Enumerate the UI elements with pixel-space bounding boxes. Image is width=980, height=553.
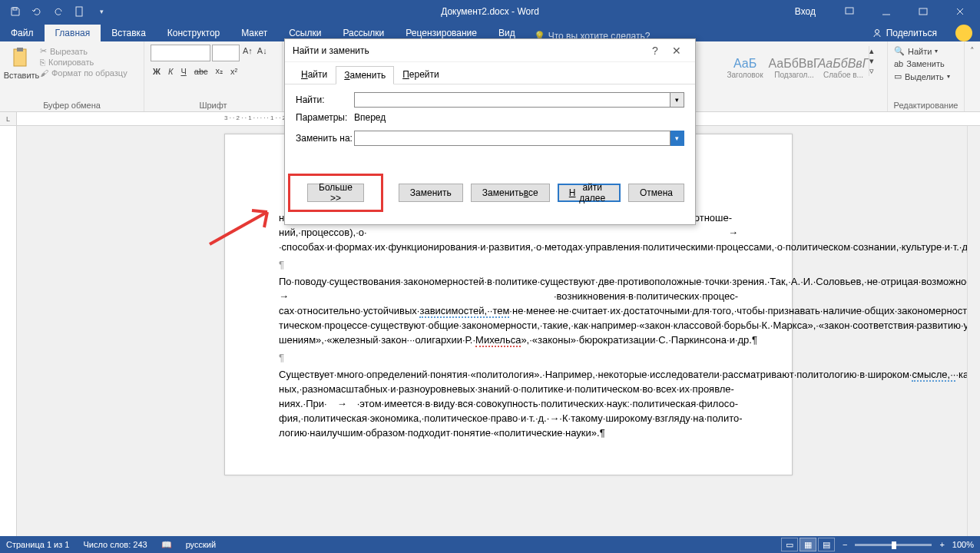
paste-button[interactable]: Вставить: [6, 45, 37, 80]
close-dialog-icon[interactable]: ✕: [666, 40, 687, 61]
dialog-title: Найти и заменить: [293, 45, 644, 56]
editing-group: 🔍Найти▾ abЗаменить ▭Выделить▾ Редактиров…: [888, 41, 965, 111]
cancel-button[interactable]: Отмена: [628, 184, 684, 202]
more-button[interactable]: Больше >>: [307, 184, 364, 202]
redo-icon[interactable]: [49, 2, 68, 21]
svg-point-5: [875, 30, 879, 34]
zoom-out-icon[interactable]: −: [843, 540, 847, 549]
replace-input[interactable]: [354, 131, 670, 146]
tab-design[interactable]: Конструктор: [157, 25, 230, 41]
vertical-ruler[interactable]: [0, 126, 17, 536]
ribbon-options-icon[interactable]: [833, 0, 866, 23]
document-title: Документ2.docx - Word: [441, 6, 539, 17]
params-value: Вперед: [354, 112, 386, 123]
dialog-tab-find[interactable]: Найти: [293, 65, 336, 84]
svg-rect-7: [17, 48, 23, 51]
clipboard-label: Буфер обмена: [0, 101, 144, 110]
document-body[interactable]: наука·о·политике,·о·закономерностях·возн…: [279, 211, 738, 441]
minimize-icon[interactable]: [869, 0, 903, 23]
zoom-in-icon[interactable]: +: [939, 540, 944, 549]
superscript-button[interactable]: x²: [228, 65, 240, 78]
word-count[interactable]: Число слов: 243: [83, 540, 147, 549]
underline-button[interactable]: Ч: [178, 65, 188, 78]
search-icon: 🔍: [894, 46, 905, 56]
close-window-icon[interactable]: [943, 0, 977, 23]
login-link[interactable]: Вход: [795, 6, 816, 17]
dialog-tab-replace[interactable]: Заменить: [336, 66, 394, 84]
clipboard-group: Вставить ✂Вырезать ⎘Копировать 🖌Формат п…: [0, 41, 144, 111]
find-dropdown-icon[interactable]: ▾: [670, 92, 684, 108]
replace-icon: ab: [894, 59, 903, 68]
replace-label: Заменить на:: [296, 133, 354, 144]
zoom-slider[interactable]: [855, 544, 932, 546]
share-button[interactable]: Поделиться: [862, 25, 948, 41]
title-bar: ▾ Документ2.docx - Word Вход: [0, 0, 980, 23]
font-group: A↑ A↓ Ж К Ч abc x₂ x² Шрифт: [144, 41, 283, 111]
new-doc-icon[interactable]: [71, 2, 89, 21]
font-size-combo[interactable]: [212, 45, 240, 61]
language-indicator[interactable]: русский: [186, 540, 216, 549]
more-button-highlight: Больше >>: [288, 174, 383, 212]
svg-rect-6: [14, 49, 26, 66]
tab-home[interactable]: Главная: [45, 25, 101, 41]
select-button[interactable]: ▭Выделить▾: [894, 70, 958, 83]
svg-rect-1: [76, 7, 82, 16]
italic-button[interactable]: К: [166, 65, 175, 78]
copy-icon: ⎘: [40, 58, 45, 67]
zoom-level[interactable]: 100%: [952, 540, 974, 549]
tab-file[interactable]: Файл: [0, 25, 45, 41]
maximize-icon[interactable]: [906, 0, 940, 23]
read-mode-icon[interactable]: ▭: [781, 538, 798, 551]
styles-gallery-handle[interactable]: ▴▾▿: [869, 46, 881, 76]
feedback-emoji-icon[interactable]: [955, 25, 972, 41]
help-icon[interactable]: ?: [644, 40, 666, 61]
shrink-font-icon[interactable]: A↓: [256, 45, 269, 61]
cursor-icon: ▭: [894, 71, 902, 81]
dialog-tab-goto[interactable]: Перейти: [394, 65, 448, 84]
page-indicator[interactable]: Страница 1 из 1: [6, 540, 69, 549]
style-tile-heading[interactable]: АаБЗаголовок: [721, 46, 769, 89]
params-label: Параметры:: [296, 112, 354, 123]
find-button[interactable]: 🔍Найти▾: [894, 45, 958, 58]
qat-more-icon[interactable]: ▾: [92, 2, 111, 21]
status-bar: Страница 1 из 1 Число слов: 243 📖 русски…: [0, 536, 980, 553]
strike-button[interactable]: abc: [192, 65, 210, 78]
find-input[interactable]: [354, 92, 670, 108]
undo-icon[interactable]: [28, 2, 46, 21]
font-label: Шрифт: [144, 101, 282, 110]
find-label: Найти:: [296, 94, 354, 105]
brush-icon: 🖌: [40, 68, 48, 78]
scissors-icon: ✂: [40, 46, 47, 56]
tab-layout[interactable]: Макет: [230, 25, 278, 41]
subscript-button[interactable]: x₂: [214, 65, 226, 78]
replace-button[interactable]: abЗаменить: [894, 58, 958, 70]
cut-button[interactable]: ✂Вырезать: [40, 46, 127, 56]
replace-dropdown-icon[interactable]: ▾: [670, 131, 684, 146]
collapse-ribbon-icon[interactable]: ˄: [965, 41, 980, 111]
web-layout-icon[interactable]: ▤: [818, 538, 835, 551]
ruler-corner[interactable]: L: [0, 112, 17, 125]
print-layout-icon[interactable]: ▦: [800, 538, 816, 551]
vertical-scrollbar[interactable]: [967, 126, 980, 536]
grow-font-icon[interactable]: A↑: [241, 45, 254, 61]
save-icon[interactable]: [6, 2, 25, 21]
find-replace-dialog: Найти и заменить ? ✕ Найти Заменить Пере…: [284, 38, 696, 225]
replace-one-button[interactable]: Заменить: [399, 184, 463, 202]
svg-rect-4: [919, 8, 927, 15]
dialog-tabs: Найти Заменить Перейти: [285, 62, 695, 84]
copy-button[interactable]: ⎘Копировать: [40, 58, 127, 67]
bold-button[interactable]: Ж: [151, 65, 163, 78]
find-next-button[interactable]: Найти далее: [558, 184, 621, 202]
share-icon: [872, 28, 882, 38]
editing-label: Редактирование: [888, 101, 964, 110]
spellcheck-icon[interactable]: 📖: [161, 540, 172, 550]
svg-rect-2: [846, 8, 853, 14]
style-tile-emphasis[interactable]: АаБбВвГСлабое в...: [819, 46, 867, 89]
svg-rect-0: [13, 8, 17, 10]
paste-icon: [11, 46, 32, 71]
style-tile-subheading[interactable]: АаБбВвГПодзагол...: [770, 46, 818, 89]
tab-insert[interactable]: Вставка: [101, 25, 157, 41]
font-family-combo[interactable]: [151, 45, 210, 61]
replace-all-button[interactable]: Заменить все: [471, 184, 550, 202]
format-painter-button[interactable]: 🖌Формат по образцу: [40, 68, 127, 78]
